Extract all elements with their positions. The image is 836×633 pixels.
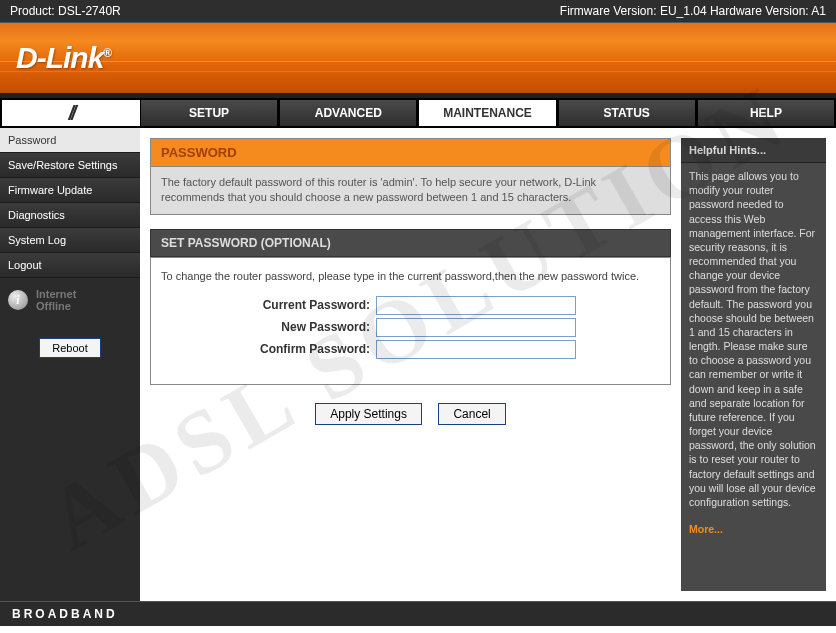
hardware-value: A1 bbox=[811, 4, 826, 18]
apply-button[interactable]: Apply Settings bbox=[315, 403, 422, 425]
footer: BROADBAND bbox=[0, 601, 836, 626]
firmware-value: EU_1.04 bbox=[660, 4, 707, 18]
brand-logo: D-Link® bbox=[16, 41, 111, 75]
center-column: PASSWORD The factory default password of… bbox=[150, 138, 671, 591]
new-password-label: New Password: bbox=[161, 320, 376, 334]
sidebar-item-save-restore[interactable]: Save/Restore Settings bbox=[0, 153, 140, 178]
button-row: Apply Settings Cancel bbox=[150, 385, 671, 443]
status-line1: Internet bbox=[36, 288, 76, 300]
hints-title: Helpful Hints... bbox=[681, 138, 826, 163]
main-area: Password Save/Restore Settings Firmware … bbox=[0, 128, 836, 601]
product-value: DSL-2740R bbox=[58, 4, 121, 18]
section-subheader: SET PASSWORD (OPTIONAL) bbox=[150, 229, 671, 257]
tab-advanced[interactable]: ADVANCED bbox=[279, 98, 418, 128]
current-password-input[interactable] bbox=[376, 296, 576, 315]
firmware-label: Firmware Version: bbox=[560, 4, 657, 18]
sidebar-item-password[interactable]: Password bbox=[0, 128, 140, 153]
form-instruction: To change the router password, please ty… bbox=[161, 270, 660, 282]
sidebar: Password Save/Restore Settings Firmware … bbox=[0, 128, 140, 601]
version-info: Firmware Version: EU_1.04 Hardware Versi… bbox=[560, 4, 826, 18]
password-form: To change the router password, please ty… bbox=[150, 257, 671, 385]
hints-more-link[interactable]: More... bbox=[681, 515, 826, 543]
confirm-password-input[interactable] bbox=[376, 340, 576, 359]
content-area: PASSWORD The factory default password of… bbox=[140, 128, 836, 601]
nav-slash-icon: // bbox=[0, 98, 140, 128]
hints-body: This page allows you to modify your rout… bbox=[681, 163, 826, 515]
main-nav: // SETUP ADVANCED MAINTENANCE STATUS HEL… bbox=[0, 98, 836, 128]
tab-setup[interactable]: SETUP bbox=[140, 98, 279, 128]
page-title: PASSWORD bbox=[150, 138, 671, 166]
internet-status: i Internet Offline bbox=[0, 278, 140, 322]
sidebar-item-diagnostics[interactable]: Diagnostics bbox=[0, 203, 140, 228]
cancel-button[interactable]: Cancel bbox=[438, 403, 505, 425]
sidebar-item-systemlog[interactable]: System Log bbox=[0, 228, 140, 253]
reboot-button[interactable]: Reboot bbox=[39, 338, 100, 358]
registered-mark: ® bbox=[103, 46, 111, 60]
tab-help[interactable]: HELP bbox=[697, 98, 836, 128]
info-icon: i bbox=[8, 290, 28, 310]
product-info: Product: DSL-2740R bbox=[10, 4, 121, 18]
hints-panel: Helpful Hints... This page allows you to… bbox=[681, 138, 826, 591]
topbar: Product: DSL-2740R Firmware Version: EU_… bbox=[0, 0, 836, 23]
sidebar-item-firmware[interactable]: Firmware Update bbox=[0, 178, 140, 203]
banner: D-Link® bbox=[0, 23, 836, 93]
product-label: Product: bbox=[10, 4, 55, 18]
tab-maintenance[interactable]: MAINTENANCE bbox=[418, 98, 557, 128]
sidebar-item-logout[interactable]: Logout bbox=[0, 253, 140, 278]
status-line2: Offline bbox=[36, 300, 76, 312]
confirm-password-label: Confirm Password: bbox=[161, 342, 376, 356]
page-description: The factory default password of this rou… bbox=[150, 166, 671, 215]
new-password-input[interactable] bbox=[376, 318, 576, 337]
tab-status[interactable]: STATUS bbox=[558, 98, 697, 128]
current-password-label: Current Password: bbox=[161, 298, 376, 312]
brand-text: D-Link bbox=[16, 41, 103, 74]
hardware-label: Hardware Version: bbox=[710, 4, 809, 18]
